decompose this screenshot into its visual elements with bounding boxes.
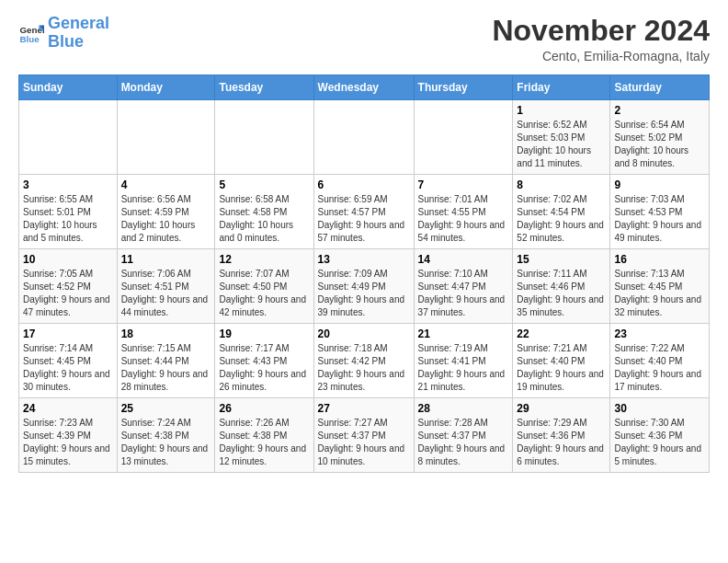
day-number: 15	[517, 253, 606, 266]
col-header-saturday: Saturday	[610, 75, 710, 100]
day-number: 1	[517, 104, 606, 117]
day-number: 3	[23, 178, 113, 191]
day-cell: 28Sunrise: 7:28 AM Sunset: 4:37 PM Dayli…	[414, 398, 513, 473]
day-info: Sunrise: 7:24 AM Sunset: 4:38 PM Dayligh…	[121, 417, 211, 468]
day-cell: 6Sunrise: 6:59 AM Sunset: 4:57 PM Daylig…	[313, 175, 414, 249]
day-info: Sunrise: 7:09 AM Sunset: 4:49 PM Dayligh…	[318, 268, 410, 319]
week-row-4: 17Sunrise: 7:14 AM Sunset: 4:45 PM Dayli…	[19, 324, 710, 398]
day-number: 7	[418, 178, 509, 191]
day-info: Sunrise: 7:22 AM Sunset: 4:40 PM Dayligh…	[614, 342, 705, 394]
logo-general: General	[48, 14, 109, 32]
day-number: 21	[418, 327, 509, 340]
day-cell: 2Sunrise: 6:54 AM Sunset: 5:02 PM Daylig…	[610, 100, 710, 175]
day-number: 27	[318, 402, 410, 415]
day-info: Sunrise: 7:05 AM Sunset: 4:52 PM Dayligh…	[23, 268, 113, 319]
day-number: 13	[318, 253, 410, 266]
logo-icon: General Blue	[18, 20, 44, 46]
day-number: 25	[121, 402, 211, 415]
day-number: 11	[121, 253, 211, 266]
header-row: SundayMondayTuesdayWednesdayThursdayFrid…	[19, 75, 710, 100]
week-row-2: 3Sunrise: 6:55 AM Sunset: 5:01 PM Daylig…	[19, 175, 710, 249]
day-number: 4	[121, 178, 211, 191]
page: General Blue General Blue November 2024 …	[0, 0, 728, 482]
day-cell: 3Sunrise: 6:55 AM Sunset: 5:01 PM Daylig…	[19, 175, 118, 249]
day-info: Sunrise: 7:23 AM Sunset: 4:39 PM Dayligh…	[23, 417, 113, 468]
day-number: 20	[318, 327, 410, 340]
day-info: Sunrise: 7:26 AM Sunset: 4:38 PM Dayligh…	[219, 417, 309, 468]
day-info: Sunrise: 7:28 AM Sunset: 4:37 PM Dayligh…	[418, 417, 509, 468]
day-info: Sunrise: 6:52 AM Sunset: 5:03 PM Dayligh…	[517, 119, 606, 170]
day-info: Sunrise: 7:30 AM Sunset: 4:36 PM Dayligh…	[614, 417, 705, 468]
day-info: Sunrise: 6:56 AM Sunset: 4:59 PM Dayligh…	[121, 193, 211, 245]
day-cell: 26Sunrise: 7:26 AM Sunset: 4:38 PM Dayli…	[215, 398, 313, 473]
day-info: Sunrise: 6:55 AM Sunset: 5:01 PM Dayligh…	[23, 193, 113, 245]
day-number: 14	[418, 253, 509, 266]
header: General Blue General Blue November 2024 …	[18, 15, 710, 63]
logo-text: General Blue	[48, 15, 109, 52]
logo: General Blue General Blue	[18, 15, 109, 52]
week-row-1: 1Sunrise: 6:52 AM Sunset: 5:03 PM Daylig…	[19, 100, 710, 175]
day-info: Sunrise: 7:03 AM Sunset: 4:53 PM Dayligh…	[614, 193, 705, 245]
day-cell: 25Sunrise: 7:24 AM Sunset: 4:38 PM Dayli…	[117, 398, 215, 473]
day-number: 24	[23, 402, 113, 415]
col-header-thursday: Thursday	[414, 75, 513, 100]
day-info: Sunrise: 7:15 AM Sunset: 4:44 PM Dayligh…	[121, 342, 211, 394]
day-cell	[19, 100, 118, 175]
day-cell: 20Sunrise: 7:18 AM Sunset: 4:42 PM Dayli…	[313, 324, 414, 398]
day-number: 17	[23, 327, 113, 340]
day-cell: 19Sunrise: 7:17 AM Sunset: 4:43 PM Dayli…	[215, 324, 313, 398]
svg-text:Blue: Blue	[19, 34, 40, 44]
day-number: 30	[614, 402, 705, 415]
calendar-table: SundayMondayTuesdayWednesdayThursdayFrid…	[18, 75, 710, 473]
day-number: 12	[219, 253, 309, 266]
day-number: 29	[517, 402, 606, 415]
day-cell	[414, 100, 513, 175]
day-cell: 22Sunrise: 7:21 AM Sunset: 4:40 PM Dayli…	[513, 324, 610, 398]
day-cell: 16Sunrise: 7:13 AM Sunset: 4:45 PM Dayli…	[610, 249, 710, 324]
month-title: November 2024	[492, 15, 710, 47]
day-number: 9	[614, 178, 705, 191]
day-number: 10	[23, 253, 113, 266]
day-cell: 1Sunrise: 6:52 AM Sunset: 5:03 PM Daylig…	[513, 100, 610, 175]
day-cell	[215, 100, 313, 175]
day-info: Sunrise: 6:59 AM Sunset: 4:57 PM Dayligh…	[318, 193, 410, 245]
day-cell: 13Sunrise: 7:09 AM Sunset: 4:49 PM Dayli…	[313, 249, 414, 324]
day-cell: 5Sunrise: 6:58 AM Sunset: 4:58 PM Daylig…	[215, 175, 313, 249]
day-number: 18	[121, 327, 211, 340]
day-cell: 11Sunrise: 7:06 AM Sunset: 4:51 PM Dayli…	[117, 249, 215, 324]
day-cell: 14Sunrise: 7:10 AM Sunset: 4:47 PM Dayli…	[414, 249, 513, 324]
day-cell: 12Sunrise: 7:07 AM Sunset: 4:50 PM Dayli…	[215, 249, 313, 324]
day-number: 26	[219, 402, 309, 415]
day-info: Sunrise: 7:07 AM Sunset: 4:50 PM Dayligh…	[219, 268, 309, 319]
day-info: Sunrise: 7:27 AM Sunset: 4:37 PM Dayligh…	[318, 417, 410, 468]
day-info: Sunrise: 7:14 AM Sunset: 4:45 PM Dayligh…	[23, 342, 113, 394]
day-info: Sunrise: 6:54 AM Sunset: 5:02 PM Dayligh…	[614, 119, 705, 170]
day-cell: 30Sunrise: 7:30 AM Sunset: 4:36 PM Dayli…	[610, 398, 710, 473]
title-block: November 2024 Cento, Emilia-Romagna, Ita…	[492, 15, 710, 63]
week-row-5: 24Sunrise: 7:23 AM Sunset: 4:39 PM Dayli…	[19, 398, 710, 473]
day-number: 22	[517, 327, 606, 340]
day-cell: 23Sunrise: 7:22 AM Sunset: 4:40 PM Dayli…	[610, 324, 710, 398]
day-info: Sunrise: 7:02 AM Sunset: 4:54 PM Dayligh…	[517, 193, 606, 245]
day-cell: 24Sunrise: 7:23 AM Sunset: 4:39 PM Dayli…	[19, 398, 118, 473]
day-cell: 4Sunrise: 6:56 AM Sunset: 4:59 PM Daylig…	[117, 175, 215, 249]
day-cell: 9Sunrise: 7:03 AM Sunset: 4:53 PM Daylig…	[610, 175, 710, 249]
day-info: Sunrise: 7:13 AM Sunset: 4:45 PM Dayligh…	[614, 268, 705, 319]
day-cell: 17Sunrise: 7:14 AM Sunset: 4:45 PM Dayli…	[19, 324, 118, 398]
day-number: 8	[517, 178, 606, 191]
day-info: Sunrise: 7:17 AM Sunset: 4:43 PM Dayligh…	[219, 342, 309, 394]
day-info: Sunrise: 7:18 AM Sunset: 4:42 PM Dayligh…	[318, 342, 410, 394]
day-cell: 15Sunrise: 7:11 AM Sunset: 4:46 PM Dayli…	[513, 249, 610, 324]
day-info: Sunrise: 7:29 AM Sunset: 4:36 PM Dayligh…	[517, 417, 606, 468]
day-number: 2	[614, 104, 705, 117]
day-number: 28	[418, 402, 509, 415]
day-cell: 29Sunrise: 7:29 AM Sunset: 4:36 PM Dayli…	[513, 398, 610, 473]
col-header-monday: Monday	[117, 75, 215, 100]
day-info: Sunrise: 7:19 AM Sunset: 4:41 PM Dayligh…	[418, 342, 509, 394]
col-header-sunday: Sunday	[19, 75, 118, 100]
week-row-3: 10Sunrise: 7:05 AM Sunset: 4:52 PM Dayli…	[19, 249, 710, 324]
day-number: 5	[219, 178, 309, 191]
day-number: 6	[318, 178, 410, 191]
col-header-wednesday: Wednesday	[313, 75, 414, 100]
day-info: Sunrise: 7:21 AM Sunset: 4:40 PM Dayligh…	[517, 342, 606, 394]
